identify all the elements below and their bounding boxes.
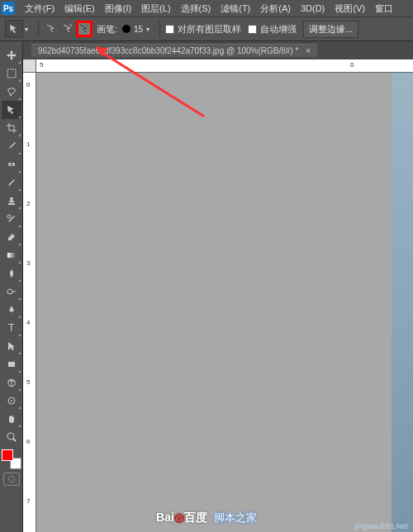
separator: [159, 21, 160, 37]
menu-3d[interactable]: 3D(D): [296, 3, 330, 13]
menu-view[interactable]: 视图(V): [330, 2, 370, 15]
foreground-color[interactable]: [2, 449, 13, 461]
svg-rect-7: [7, 253, 16, 258]
ruler-horizontal[interactable]: 5 0: [36, 59, 413, 73]
selection-add-icon[interactable]: +: [60, 21, 75, 36]
tool-preset-dropdown[interactable]: ▾: [25, 26, 28, 33]
watermark-site: 脚本之家: [214, 511, 257, 525]
lasso-tool[interactable]: [2, 83, 21, 101]
brush-label: 画笔:: [97, 23, 117, 36]
ruler-corner: [23, 59, 36, 73]
document-area: 962bd40735fae6cdf393cc8c0bb30f2442a70f33…: [23, 41, 413, 532]
brush-dropdown[interactable]: ▾: [146, 26, 150, 33]
color-swatches[interactable]: [2, 449, 21, 469]
app-icon: Ps: [2, 2, 15, 15]
svg-rect-2: [7, 69, 16, 78]
auto-enhance-checkbox[interactable]: [248, 25, 257, 34]
stamp-tool[interactable]: [2, 192, 21, 210]
tab-close-icon[interactable]: ×: [306, 46, 311, 55]
dodge-tool[interactable]: [2, 283, 21, 301]
menu-file[interactable]: 文件(F): [20, 2, 59, 15]
sample-all-label: 对所有图层取样: [178, 23, 241, 36]
sample-all-checkbox[interactable]: [165, 25, 174, 34]
menu-layer[interactable]: 图层(L): [136, 2, 175, 15]
menu-edit[interactable]: 编辑(E): [59, 2, 100, 15]
3d-camera-tool[interactable]: [2, 392, 21, 410]
history-brush-tool[interactable]: [2, 210, 21, 228]
menu-select[interactable]: 选择(S): [176, 2, 216, 15]
options-bar: ▾ + − 画笔: 15 ▾ 对所有图层取样 自动增强 调整边缘...: [0, 17, 413, 41]
watermark-baidu: Bai​◎百度: [156, 511, 207, 525]
svg-point-13: [11, 400, 12, 401]
blur-tool[interactable]: [2, 264, 21, 283]
menu-bar: Ps 文件(F) 编辑(E) 图像(I) 图层(L) 选择(S) 滤镜(T) 分…: [0, 0, 413, 17]
tab-filename: 962bd40735fae6cdf393cc8c0bb30f2442a70f33…: [38, 46, 224, 55]
rectangle-tool[interactable]: [2, 355, 21, 373]
3d-tool[interactable]: [2, 373, 21, 392]
ruler-vertical[interactable]: 0 1 2 3 4 5 6 7: [23, 73, 36, 532]
brush-preview-icon: [122, 25, 131, 33]
path-select-tool[interactable]: [2, 337, 21, 355]
crop-tool[interactable]: [2, 119, 21, 137]
gradient-tool[interactable]: [2, 246, 21, 264]
brush-tool[interactable]: [2, 173, 21, 192]
svg-point-6: [7, 215, 11, 218]
menu-window[interactable]: 窗口: [370, 2, 398, 15]
tab-zoom-mode: @ 100%(RGB/8#) *: [226, 46, 298, 55]
selection-new-icon[interactable]: [44, 21, 59, 36]
separator: [38, 21, 39, 37]
quick-select-tool[interactable]: [2, 101, 21, 119]
document-tab[interactable]: 962bd40735fae6cdf393cc8c0bb30f2442a70f33…: [31, 44, 317, 57]
svg-text:+: +: [69, 23, 73, 28]
menu-analysis[interactable]: 分析(A): [255, 2, 296, 15]
svg-line-15: [13, 439, 16, 441]
hand-tool[interactable]: [2, 410, 21, 428]
toolbox: T: [0, 41, 23, 532]
quick-select-icon: [8, 23, 20, 35]
eraser-tool[interactable]: [2, 228, 21, 246]
selection-subtract-icon[interactable]: −: [77, 21, 92, 36]
type-tool[interactable]: T: [2, 319, 21, 337]
pen-tool[interactable]: [2, 301, 21, 319]
marquee-tool[interactable]: [2, 64, 21, 83]
brush-size-value: 15: [134, 25, 143, 34]
canvas[interactable]: [36, 73, 413, 532]
svg-point-14: [7, 433, 14, 439]
zoom-tool[interactable]: [2, 428, 21, 446]
move-tool[interactable]: [2, 46, 21, 64]
current-tool-icon[interactable]: [5, 20, 23, 38]
auto-enhance-label: 自动增强: [260, 23, 297, 36]
image-content: [392, 73, 413, 532]
svg-text:−: −: [86, 23, 89, 28]
document-tabs: 962bd40735fae6cdf393cc8c0bb30f2442a70f33…: [23, 41, 413, 59]
svg-rect-11: [8, 362, 15, 367]
quick-mask-button[interactable]: [3, 473, 20, 486]
svg-text:T: T: [8, 322, 15, 334]
menu-filter[interactable]: 滤镜(T): [216, 2, 255, 15]
watermark: Bai​◎百度 脚本之家: [156, 511, 257, 525]
workspace: T 962bd40735fae6cdf393cc8c0bb30f2442a70f…: [0, 41, 413, 532]
refine-edge-button[interactable]: 调整边缘...: [303, 21, 358, 38]
menu-image[interactable]: 图像(I): [100, 2, 136, 15]
eyedropper-tool[interactable]: [2, 137, 21, 155]
healing-tool[interactable]: [2, 155, 21, 173]
watermark-url: jingyanJb51.Net: [354, 522, 408, 530]
canvas-container: 5 0 0 1 2 3 4 5 6 7: [23, 59, 413, 532]
svg-point-8: [7, 289, 12, 294]
